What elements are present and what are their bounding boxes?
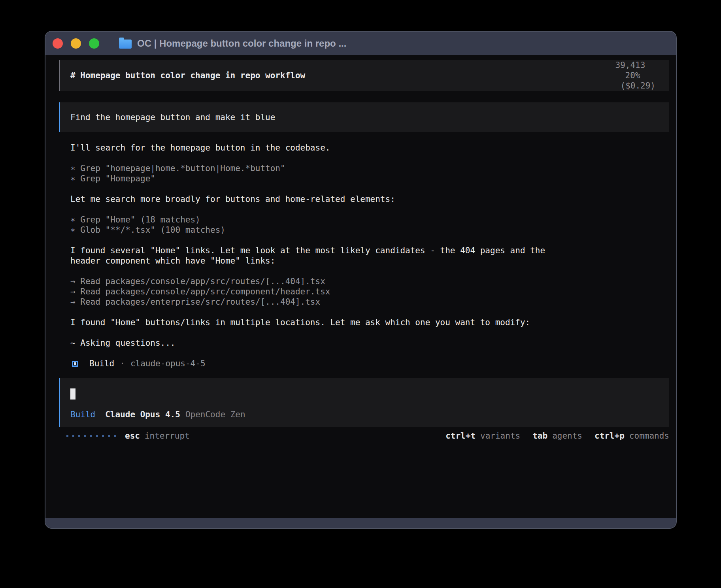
hint-ctrl-p-commands: ctrl+pcommands (595, 431, 669, 441)
assistant-text-line: I found several "Home" links. Let me loo… (70, 245, 555, 266)
shortcut-key: ctrl+p (595, 431, 625, 441)
spinner-dot (108, 435, 110, 437)
tool-call-group: ∗ Grep "homepage|home.*button|Home.*butt… (70, 163, 669, 184)
agent-square-icon (72, 361, 78, 367)
spinner-dot (84, 435, 86, 437)
terminal-content: # Homepage button color change in repo w… (45, 55, 676, 518)
text-cursor (70, 388, 75, 400)
desktop-background: OC | Homepage button color change in rep… (0, 0, 721, 588)
tool-call-line: ∗ Grep "Homepage" (70, 173, 555, 184)
context-percent: 20% (625, 71, 640, 80)
shortcut-label: agents (552, 431, 582, 441)
shortcut-key: esc (125, 431, 140, 441)
window-title: OC | Homepage button color change in rep… (137, 38, 346, 49)
session-cost: ($0.29) (620, 81, 655, 90)
window-bottom-edge (45, 518, 676, 528)
close-button[interactable] (53, 38, 63, 49)
conversation: I'll search for the homepage button in t… (70, 143, 669, 348)
spinner-dot (66, 435, 68, 437)
session-title: # Homepage button color change in repo w… (70, 70, 305, 81)
shortcut-hints: ctrl+tvariantstabagentsctrl+pcommands (445, 431, 669, 441)
minimize-button[interactable] (71, 38, 81, 49)
assistant-text-line: Let me search more broadly for buttons a… (70, 194, 555, 204)
window-titlebar[interactable]: OC | Homepage button color change in rep… (45, 32, 676, 55)
assistant-text: ~ Asking questions... (70, 338, 669, 348)
assistant-text: I found several "Home" links. Let me loo… (70, 245, 669, 266)
agent-status-model: claude-opus-4-5 (130, 358, 206, 369)
agent-badge[interactable]: Build (70, 409, 95, 420)
traffic-lights (53, 38, 99, 49)
shortcut-label: variants (480, 431, 520, 441)
tool-call-group: → Read packages/console/app/src/routes/[… (70, 276, 669, 307)
tool-call-line: ∗ Glob "**/*.tsx" (100 matches) (70, 225, 555, 235)
input-meta: Build Claude Opus 4.5 OpenCode Zen (70, 409, 245, 420)
title-group: OC | Homepage button color change in rep… (119, 38, 346, 49)
spinner-dot (78, 435, 80, 437)
assistant-text: I'll search for the homepage button in t… (70, 143, 669, 153)
tool-call-group: ∗ Grep "Home" (18 matches)∗ Glob "**/*.t… (70, 215, 669, 235)
assistant-text-line: I found "Home" buttons/links in multiple… (70, 317, 555, 328)
tool-call-line: ∗ Grep "Home" (18 matches) (70, 215, 555, 225)
shortcut-key: tab (532, 431, 547, 441)
spinner-dot (114, 435, 116, 437)
shortcut-label: commands (629, 431, 669, 441)
agent-status-line: Build · claude-opus-4-5 (72, 358, 669, 369)
assistant-text-line: ~ Asking questions... (70, 338, 555, 348)
hint-esc-interrupt: escinterrupt (125, 431, 190, 441)
assistant-text: Let me search more broadly for buttons a… (70, 194, 669, 204)
agent-status-separator: · (120, 358, 125, 369)
zoom-button[interactable] (89, 38, 99, 49)
shortcut-key: ctrl+t (445, 431, 476, 441)
hint-ctrl-t-variants: ctrl+tvariants (445, 431, 520, 441)
assistant-text-line: I'll search for the homepage button in t… (70, 143, 555, 153)
spinner-dot (102, 435, 104, 437)
user-message: Find the homepage button and make it blu… (59, 102, 669, 132)
user-message-text: Find the homepage button and make it blu… (70, 112, 275, 122)
terminal-window: OC | Homepage button color change in rep… (45, 31, 677, 529)
agent-status-label: Build (89, 358, 114, 369)
tool-call-line: → Read packages/console/app/src/componen… (70, 286, 555, 297)
assistant-text: I found "Home" buttons/links in multiple… (70, 317, 669, 328)
spinner-dot (96, 435, 98, 437)
session-header: # Homepage button color change in repo w… (59, 60, 669, 91)
hint-tab-agents: tabagents (532, 431, 582, 441)
token-count: 39,413 (615, 60, 645, 70)
session-stats: 39,413 20% ($0.29) (565, 55, 655, 101)
model-name[interactable]: Claude Opus 4.5 (105, 409, 180, 420)
prompt-input[interactable]: Build Claude Opus 4.5 OpenCode Zen (59, 378, 669, 427)
tool-call-line: → Read packages/enterprise/src/routes/[.… (70, 297, 555, 307)
status-bar: escinterrupt ctrl+tvariantstabagentsctrl… (59, 431, 669, 441)
spinner-dot (72, 435, 74, 437)
shortcut-label: interrupt (145, 431, 190, 441)
folder-icon (119, 40, 132, 49)
tool-call-line: → Read packages/console/app/src/routes/[… (70, 276, 555, 286)
spinner-dot (90, 435, 92, 437)
spinner-dots (66, 435, 116, 437)
tool-call-line: ∗ Grep "homepage|home.*button|Home.*butt… (70, 163, 555, 173)
provider-name: OpenCode Zen (185, 409, 245, 420)
